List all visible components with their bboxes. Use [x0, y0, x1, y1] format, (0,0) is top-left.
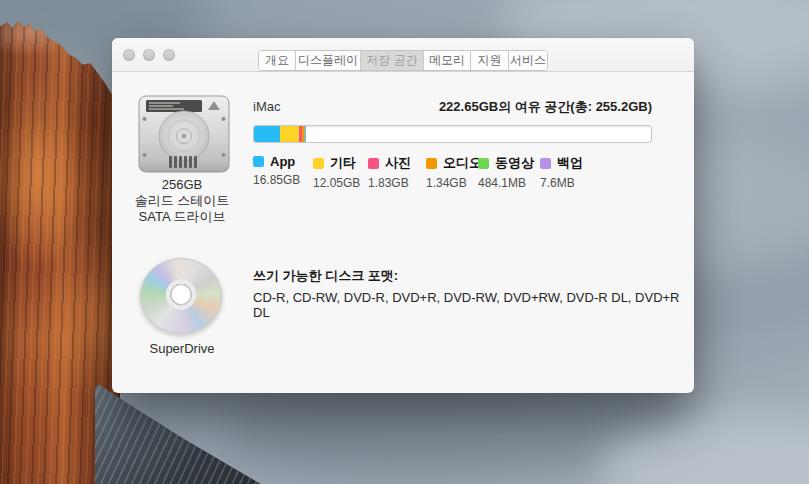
legend-label-photos: 사진 [385, 154, 411, 172]
legend-size-movies: 484.1MB [478, 176, 534, 190]
minimize-button[interactable] [143, 49, 155, 61]
desktop-wallpaper: 개요디스플레이저장 공간메모리지원서비스 [0, 0, 809, 484]
zoom-button[interactable] [163, 49, 175, 61]
legend-swatch-other [313, 158, 324, 169]
legend-size-app: 16.85GB [253, 173, 300, 187]
legend-label-backups: 백업 [557, 154, 583, 172]
legend-label-other: 기타 [330, 154, 356, 172]
legend-size-photos: 1.83GB [368, 176, 411, 190]
tab-service[interactable]: 서비스 [509, 51, 547, 70]
legend-size-other: 12.05GB [313, 176, 360, 190]
legend-swatch-audio [426, 158, 437, 169]
legend-swatch-app [253, 156, 264, 167]
tab-overview[interactable]: 개요 [259, 51, 296, 70]
tab-bar: 개요디스플레이저장 공간메모리지원서비스 [258, 50, 548, 71]
legend-label-audio: 오디오 [443, 154, 482, 172]
drive-type-line1: 솔리드 스테이트 [112, 193, 252, 209]
tab-memory[interactable]: 메모리 [424, 51, 471, 70]
storage-legend: App16.85GB기타12.05GB사진1.83GB오디오1.34GB동영상4… [253, 154, 663, 186]
superdrive-caption: SuperDrive [112, 341, 252, 357]
legend-item-photos: 사진1.83GB [368, 154, 411, 190]
storage-bar-segments [254, 126, 306, 142]
legend-swatch-movies [478, 158, 489, 169]
legend-swatch-photos [368, 158, 379, 169]
disc-formats-list: CD-R, CD-RW, DVD-R, DVD+R, DVD-RW, DVD+R… [253, 290, 694, 320]
legend-label-movies: 동영상 [495, 154, 534, 172]
storage-usage-bar [253, 125, 652, 143]
superdrive-disc-icon [140, 258, 222, 334]
tab-support[interactable]: 지원 [471, 51, 509, 70]
disc-formats-title: 쓰기 가능한 디스크 포맷: [253, 267, 398, 285]
tab-storage[interactable]: 저장 공간 [361, 51, 424, 70]
legend-swatch-backups [540, 158, 551, 169]
internal-drive-icon [138, 95, 230, 177]
legend-size-audio: 1.34GB [426, 176, 482, 190]
free-space-text: 222.65GB의 여유 공간(총: 255.2GB) [439, 98, 652, 116]
tab-displays[interactable]: 디스플레이 [296, 51, 361, 70]
legend-item-backups: 백업7.6MB [540, 154, 583, 190]
legend-size-backups: 7.6MB [540, 176, 583, 190]
drive-size: 256GB [112, 177, 252, 193]
drive-type-line2: SATA 드라이브 [112, 209, 252, 225]
close-button[interactable] [123, 49, 135, 61]
disk-name: iMac [253, 99, 280, 114]
storage-segment-other [280, 126, 299, 142]
legend-item-audio: 오디오1.34GB [426, 154, 482, 190]
about-this-mac-window: 개요디스플레이저장 공간메모리지원서비스 [112, 38, 694, 393]
drive-caption: 256GB 솔리드 스테이트 SATA 드라이브 [112, 177, 252, 225]
storage-segment-app [254, 126, 280, 142]
storage-segment-backups [305, 126, 306, 142]
window-titlebar[interactable]: 개요디스플레이저장 공간메모리지원서비스 [112, 38, 694, 72]
legend-item-app: App16.85GB [253, 154, 300, 187]
legend-item-other: 기타12.05GB [313, 154, 360, 190]
legend-label-app: App [270, 154, 295, 169]
legend-item-movies: 동영상484.1MB [478, 154, 534, 190]
